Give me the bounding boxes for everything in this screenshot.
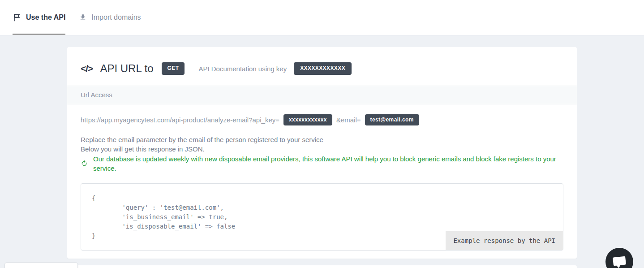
flag-icon bbox=[13, 13, 21, 22]
api-key-badge[interactable]: XXXXXXXXXXXX bbox=[294, 62, 352, 74]
download-icon bbox=[79, 13, 87, 22]
example-response-code-block: { 'query' : 'test@email.com', 'is_busine… bbox=[81, 183, 563, 251]
url-email-badge[interactable]: test@email.com bbox=[365, 114, 419, 125]
code-line: 'is_business_email' => true, bbox=[92, 212, 552, 222]
update-notice: Our database is updated weekly with new … bbox=[81, 154, 563, 173]
code-caption: Example response by the API bbox=[446, 231, 563, 250]
next-card-partial bbox=[67, 265, 577, 268]
section-title: Url Access bbox=[81, 91, 112, 99]
api-docs-link[interactable]: API Documentation using key XXXXXXXXXXXX bbox=[198, 62, 352, 74]
url-api-key-badge[interactable]: xxxxxxxxxxxx bbox=[283, 114, 332, 125]
tab-label: Use the API bbox=[26, 13, 65, 22]
tab-label: Import domains bbox=[91, 13, 141, 22]
description-line-2: Below you will get this response in JSON… bbox=[81, 144, 563, 154]
url-access-bar: Url Access bbox=[67, 86, 577, 104]
method-badge: GET bbox=[162, 62, 185, 74]
url-email-param: &email= bbox=[336, 116, 361, 124]
tab-bar: Use the API Import domains bbox=[0, 0, 644, 35]
api-card-header: </> API URL to GET API Documentation usi… bbox=[67, 47, 577, 86]
docs-label: API Documentation using key bbox=[198, 65, 287, 73]
api-url-row: https://app.myagencytest.com/api-product… bbox=[81, 114, 563, 125]
url-prefix: https://app.myagencytest.com/api-product… bbox=[81, 116, 279, 124]
chat-launcher-button[interactable] bbox=[605, 248, 633, 268]
tab-import-domains[interactable]: Import domains bbox=[79, 0, 141, 35]
bottom-left-popup bbox=[4, 262, 78, 268]
notice-text: Our database is updated weekly with new … bbox=[93, 154, 563, 173]
code-line: { bbox=[92, 194, 552, 203]
header-divider bbox=[191, 63, 191, 74]
api-card: </> API URL to GET API Documentation usi… bbox=[67, 47, 577, 259]
code-line: 'is_disposable_email' => false bbox=[92, 222, 552, 231]
tab-use-the-api[interactable]: Use the API bbox=[13, 0, 65, 35]
api-card-body: https://app.myagencytest.com/api-product… bbox=[67, 104, 577, 259]
code-line: 'query' : 'test@email.com', bbox=[92, 203, 552, 212]
description-line-1: Replace the email parameter by the email… bbox=[81, 135, 563, 144]
card-title: API URL to bbox=[100, 62, 153, 75]
code-icon: </> bbox=[81, 63, 93, 74]
refresh-icon bbox=[81, 160, 88, 167]
chat-bubble-icon bbox=[613, 256, 626, 266]
